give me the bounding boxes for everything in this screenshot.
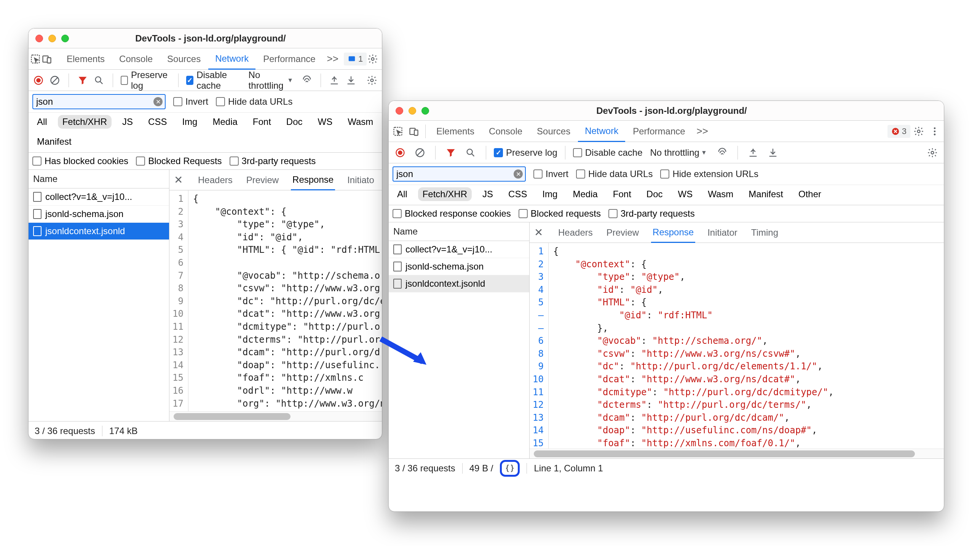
issues-badge[interactable]: 1 — [344, 53, 367, 65]
type-other[interactable]: Other — [794, 187, 826, 201]
tab-performance[interactable]: Performance — [626, 121, 692, 142]
import-har-icon[interactable] — [765, 145, 780, 160]
filter-input[interactable] — [393, 166, 526, 182]
more-menu-icon[interactable] — [379, 51, 382, 67]
request-row[interactable]: collect?v=1&_v=j10... — [389, 241, 529, 258]
type-font[interactable]: Font — [248, 115, 276, 129]
request-row[interactable]: jsonld-schema.json — [29, 206, 169, 223]
tab-initiator[interactable]: Initiato — [346, 170, 376, 190]
more-tabs-button[interactable]: >> — [693, 125, 712, 137]
tab-timing[interactable]: Timing — [750, 222, 780, 243]
tab-elements[interactable]: Elements — [429, 121, 481, 142]
blocked-cookies-checkbox[interactable]: Blocked response cookies — [393, 208, 511, 219]
request-row[interactable]: jsonldcontext.jsonld — [29, 223, 169, 240]
type-js[interactable]: JS — [478, 187, 498, 201]
type-ws[interactable]: WS — [674, 187, 697, 201]
export-har-icon[interactable] — [745, 145, 761, 160]
filter-input[interactable] — [32, 94, 166, 109]
tab-console[interactable]: Console — [482, 121, 529, 142]
tab-response[interactable]: Response — [651, 223, 695, 243]
tab-headers[interactable]: Headers — [557, 222, 594, 243]
blocked-requests-checkbox[interactable]: Blocked Requests — [136, 156, 222, 166]
close-window-button[interactable] — [35, 35, 43, 42]
disable-cache-checkbox[interactable]: Disable cache — [573, 147, 643, 158]
minimize-window-button[interactable] — [409, 107, 416, 115]
inspect-icon[interactable] — [390, 124, 405, 139]
more-tabs-button[interactable]: >> — [323, 53, 342, 65]
clear-icon[interactable] — [412, 145, 428, 160]
more-menu-icon[interactable] — [927, 124, 942, 139]
blocked-cookies-checkbox[interactable]: Has blocked cookies — [32, 156, 128, 166]
type-ws[interactable]: WS — [313, 115, 337, 129]
tab-preview[interactable]: Preview — [605, 222, 640, 243]
device-mode-icon[interactable] — [406, 124, 421, 139]
type-all[interactable]: All — [393, 187, 412, 201]
name-column-header[interactable]: Name — [29, 170, 169, 188]
import-har-icon[interactable] — [345, 73, 357, 88]
close-window-button[interactable] — [396, 107, 403, 115]
tab-initiator[interactable]: Initiator — [706, 222, 739, 243]
type-media[interactable]: Media — [208, 115, 242, 129]
type-doc[interactable]: Doc — [642, 187, 667, 201]
type-img[interactable]: Img — [538, 187, 562, 201]
hide-data-urls-checkbox[interactable]: Hide data URLs — [216, 96, 292, 107]
type-css[interactable]: CSS — [144, 115, 171, 129]
type-media[interactable]: Media — [568, 187, 602, 201]
type-fetch[interactable]: Fetch/XHR — [58, 115, 112, 129]
tab-performance[interactable]: Performance — [256, 48, 322, 69]
hide-extension-urls-checkbox[interactable]: Hide extension URLs — [660, 169, 758, 179]
type-all[interactable]: All — [32, 115, 52, 129]
preserve-log-checkbox[interactable]: Preserve log — [121, 70, 171, 91]
type-font[interactable]: Font — [608, 187, 636, 201]
clear-icon[interactable] — [49, 73, 61, 88]
response-body[interactable]: { "@context": { "type": "@type", "id": "… — [188, 190, 382, 411]
type-wasm[interactable]: Wasm — [703, 187, 738, 201]
invert-checkbox[interactable]: Invert — [533, 169, 568, 179]
h-scrollbar[interactable] — [530, 449, 944, 458]
throttling-select[interactable]: No throttling▼ — [246, 70, 297, 91]
tab-response[interactable]: Response — [291, 170, 335, 190]
response-body[interactable]: { "@context": { "type": "@type", "id": "… — [549, 243, 834, 449]
tab-preview[interactable]: Preview — [245, 170, 280, 190]
tab-console[interactable]: Console — [112, 48, 160, 69]
inspect-icon[interactable] — [30, 51, 41, 67]
preserve-log-checkbox[interactable]: Preserve log — [494, 147, 557, 158]
close-pane-icon[interactable]: ✕ — [174, 174, 183, 186]
settings-icon[interactable] — [911, 124, 926, 139]
maximize-window-button[interactable] — [61, 35, 69, 42]
tab-network[interactable]: Network — [578, 121, 625, 142]
settings-icon[interactable] — [367, 51, 378, 67]
clear-filter-icon[interactable]: ✕ — [514, 169, 523, 179]
type-manifest[interactable]: Manifest — [32, 135, 76, 148]
request-row[interactable]: jsonldcontext.jsonld — [389, 275, 529, 292]
request-row[interactable]: collect?v=1&_v=j10... — [29, 188, 169, 206]
tab-elements[interactable]: Elements — [60, 48, 112, 69]
disable-cache-checkbox[interactable]: Disable cache — [186, 70, 241, 91]
tab-sources[interactable]: Sources — [160, 48, 207, 69]
third-party-checkbox[interactable]: 3rd-party requests — [608, 208, 695, 219]
search-icon[interactable] — [93, 73, 105, 88]
network-settings-icon[interactable] — [366, 73, 378, 88]
pretty-print-button[interactable] — [500, 460, 520, 477]
record-icon[interactable] — [32, 73, 45, 88]
filter-icon[interactable] — [443, 145, 458, 160]
search-icon[interactable] — [463, 145, 478, 160]
tab-network[interactable]: Network — [208, 49, 255, 70]
network-conditions-icon[interactable] — [715, 145, 730, 160]
export-har-icon[interactable] — [328, 73, 340, 88]
type-doc[interactable]: Doc — [282, 115, 307, 129]
device-mode-icon[interactable] — [41, 51, 52, 67]
tab-headers[interactable]: Headers — [196, 170, 234, 190]
invert-checkbox[interactable]: Invert — [173, 96, 208, 107]
type-fetch[interactable]: Fetch/XHR — [418, 187, 472, 201]
throttling-select[interactable]: No throttling▼ — [647, 147, 710, 158]
record-icon[interactable] — [393, 145, 408, 160]
clear-filter-icon[interactable]: ✕ — [153, 97, 163, 106]
type-js[interactable]: JS — [118, 115, 137, 129]
network-conditions-icon[interactable] — [301, 73, 313, 88]
errors-badge[interactable]: 3 — [887, 125, 910, 138]
type-wasm[interactable]: Wasm — [343, 115, 378, 129]
minimize-window-button[interactable] — [48, 35, 56, 42]
type-css[interactable]: CSS — [504, 187, 531, 201]
close-pane-icon[interactable]: ✕ — [534, 226, 543, 239]
